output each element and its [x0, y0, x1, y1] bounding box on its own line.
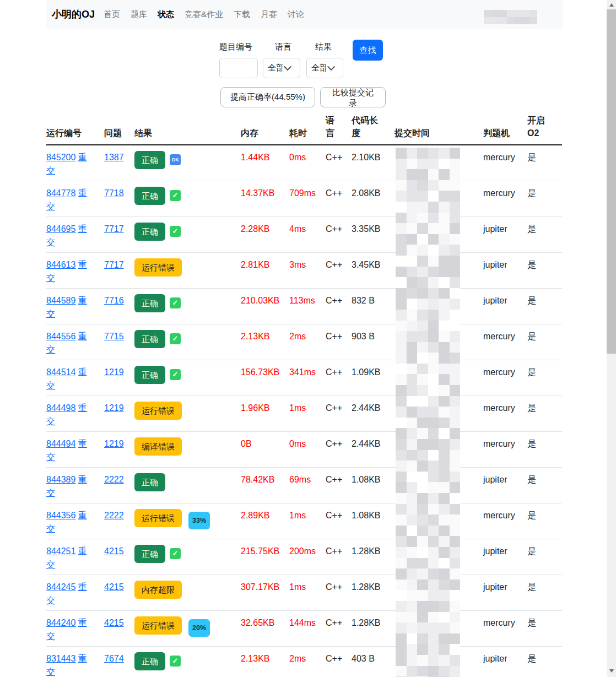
- code-length-cell: 903 B: [352, 324, 395, 360]
- problem-link[interactable]: 7717: [104, 260, 124, 269]
- run-id-link[interactable]: 844245: [46, 582, 75, 592]
- check-emoji-icon: ✓: [170, 333, 181, 344]
- result-badge: 正确: [134, 366, 165, 384]
- nav-item-2[interactable]: 状态: [158, 9, 174, 19]
- run-id-link[interactable]: 844251: [46, 546, 75, 556]
- check-emoji-icon: ✓: [170, 190, 181, 201]
- run-id-link[interactable]: 844498: [46, 403, 75, 413]
- percent-badge: 33%: [188, 512, 210, 529]
- run-id-link[interactable]: 844240: [46, 618, 75, 627]
- o2-cell: 是: [527, 145, 562, 181]
- compare-submissions-button[interactable]: 比较提交记录: [320, 87, 386, 107]
- result-cell: 运行错误: [134, 252, 241, 288]
- code-length-cell: 3.35KB: [352, 216, 395, 252]
- run-id-link[interactable]: 844494: [46, 439, 75, 448]
- language-cell: C++: [326, 252, 352, 288]
- problem-id-input[interactable]: [219, 58, 258, 78]
- o2-cell: 是: [527, 646, 562, 677]
- judger-cell: jupiter: [483, 539, 527, 575]
- memory-cell: 156.73KB: [241, 360, 289, 396]
- problem-link[interactable]: 7674: [104, 654, 124, 663]
- result-select[interactable]: 全部: [306, 58, 343, 78]
- time-cell: 1ms: [289, 503, 326, 539]
- run-id-cell: 844389 重交: [46, 467, 104, 503]
- search-button[interactable]: 查找: [353, 40, 383, 61]
- nav-item-4[interactable]: 下载: [234, 9, 250, 19]
- memory-cell: 2.81KB: [241, 252, 289, 288]
- problem-cell: 7718: [104, 181, 134, 216]
- nav-item-6[interactable]: 讨论: [288, 9, 304, 19]
- problem-link[interactable]: 7716: [104, 296, 124, 305]
- run-id-link[interactable]: 844356: [46, 511, 75, 520]
- brand-link[interactable]: 小明的OJ: [52, 8, 95, 21]
- nav-item-3[interactable]: 竞赛&作业: [185, 9, 223, 19]
- judger-cell: mercury: [483, 145, 527, 181]
- run-id-link[interactable]: 844389: [46, 475, 75, 484]
- username-blurred: [484, 10, 537, 24]
- result-cell: 正确✓: [134, 288, 241, 324]
- language-cell: C++: [326, 575, 352, 610]
- run-id-link[interactable]: 845200: [46, 153, 75, 162]
- run-id-link[interactable]: 844778: [46, 188, 75, 198]
- result-badge: 正确: [134, 652, 165, 670]
- run-id-cell: 844494 重交: [46, 431, 104, 467]
- header-code-length: 代码长度: [352, 110, 395, 145]
- nav-item-1[interactable]: 题库: [131, 9, 147, 19]
- nav-items: 首页题库状态竞赛&作业下载月赛讨论: [104, 9, 304, 20]
- percent-badge: 20%: [188, 619, 210, 637]
- check-emoji-icon: ✓: [170, 548, 181, 559]
- result-extras: 33%: [182, 511, 210, 520]
- language-cell: C++: [326, 503, 352, 539]
- problem-link[interactable]: 2222: [104, 511, 124, 520]
- judger-cell: mercury: [483, 360, 527, 396]
- problem-link[interactable]: 7717: [104, 224, 124, 234]
- problem-link[interactable]: 4215: [104, 546, 124, 556]
- problem-link[interactable]: 4215: [104, 582, 124, 592]
- result-cell: 运行错误20%: [134, 610, 241, 646]
- scroll-down-icon[interactable]: [607, 666, 616, 675]
- result-badge: 正确: [134, 545, 165, 563]
- run-id-link[interactable]: 844695: [46, 224, 75, 234]
- problem-link[interactable]: 1387: [104, 153, 124, 162]
- time-cell: 3ms: [289, 252, 326, 288]
- header-run-id: 运行编号: [46, 110, 104, 145]
- code-length-cell: 2.08KB: [352, 181, 395, 216]
- nav-item-5[interactable]: 月赛: [261, 9, 277, 19]
- scroll-up-icon[interactable]: [607, 0, 616, 9]
- problem-link[interactable]: 2222: [104, 475, 124, 484]
- run-id-link[interactable]: 844514: [46, 367, 75, 377]
- problem-link[interactable]: 1219: [104, 367, 124, 377]
- result-badge: 运行错误: [134, 258, 182, 277]
- result-cell: 正确✓: [134, 324, 241, 360]
- language-select[interactable]: 全部: [263, 58, 300, 78]
- run-id-link[interactable]: 844556: [46, 332, 75, 341]
- problem-cell: 7717: [104, 252, 134, 288]
- result-cell: 运行错误33%: [134, 503, 241, 539]
- run-id-link[interactable]: 844589: [46, 296, 75, 305]
- language-cell: C++: [326, 610, 352, 646]
- problem-link[interactable]: 7715: [104, 332, 124, 341]
- nav-item-0[interactable]: 首页: [104, 9, 120, 19]
- language-cell: C++: [326, 288, 352, 324]
- run-id-cell: 844498 重交: [46, 396, 104, 431]
- problem-link[interactable]: 7718: [104, 188, 124, 198]
- problem-link[interactable]: 1219: [104, 403, 124, 413]
- run-id-cell: 844356 重交: [46, 503, 104, 539]
- language-cell: C++: [326, 539, 352, 575]
- scrollbar-thumb[interactable]: [607, 9, 616, 354]
- problem-link[interactable]: 4215: [104, 618, 124, 627]
- header-problem: 问题: [104, 110, 134, 145]
- time-cell: 0ms: [289, 431, 326, 467]
- run-id-link[interactable]: 831443: [46, 654, 75, 663]
- run-id-cell: 844695 重交: [46, 216, 104, 252]
- scrollbar[interactable]: [607, 0, 616, 677]
- result-cell: 编译错误: [134, 431, 241, 467]
- run-id-link[interactable]: 844613: [46, 260, 75, 269]
- problem-link[interactable]: 1219: [104, 439, 124, 448]
- code-length-cell: 2.10KB: [352, 145, 395, 181]
- improve-accuracy-button[interactable]: 提高正确率(44.55%): [220, 87, 315, 107]
- judger-cell: mercury: [483, 431, 527, 467]
- result-cell: 正确✓: [134, 539, 241, 575]
- o2-cell: 是: [527, 324, 562, 360]
- table-header-row: 运行编号 问题 结果 内存 耗时 语言 代码长度 提交时间 判题机 开启O2: [46, 110, 562, 145]
